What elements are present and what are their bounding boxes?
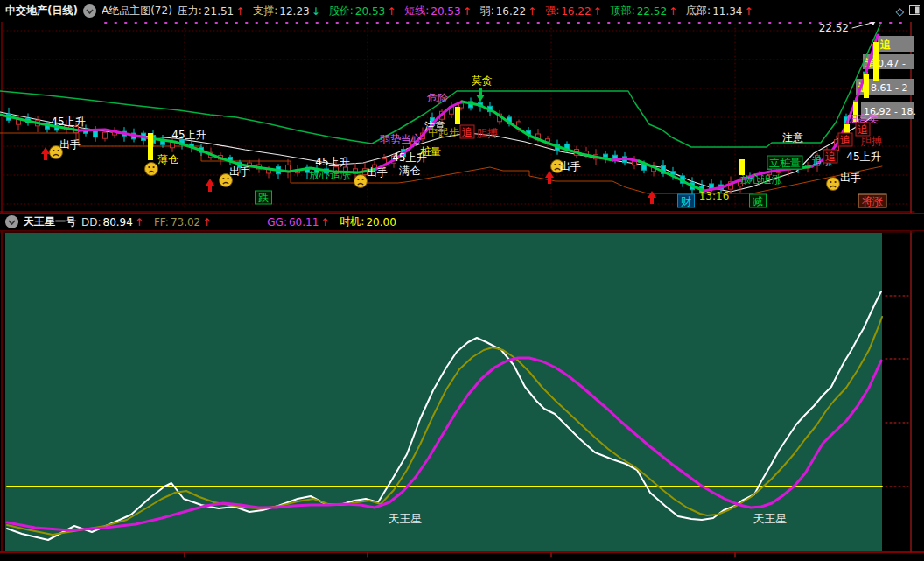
chevron-down-icon[interactable] bbox=[83, 4, 96, 18]
up-arrow-icon: ↑ bbox=[135, 216, 144, 228]
sub-chart-annotation: 天王星 bbox=[388, 512, 423, 525]
candle-body bbox=[305, 167, 310, 172]
candle-body bbox=[738, 181, 743, 186]
sad-face-icon bbox=[220, 174, 233, 187]
trend-line-segment bbox=[704, 168, 801, 191]
price-range-box bbox=[878, 36, 914, 52]
candle-body bbox=[421, 133, 425, 138]
candle-body bbox=[854, 101, 858, 106]
value-label: 支撑: bbox=[253, 4, 277, 18]
annotation-label: 危险 bbox=[426, 92, 448, 104]
sad-face-eye bbox=[357, 179, 359, 180]
candle-body bbox=[315, 169, 319, 172]
window-split-icon[interactable] bbox=[909, 5, 920, 18]
value-label: 股价: bbox=[329, 4, 354, 18]
sub-curve-ff bbox=[7, 317, 882, 535]
indicator-value-item: 强:16.22↑ bbox=[545, 4, 601, 18]
candle-body bbox=[556, 144, 560, 151]
sad-face-eye bbox=[148, 166, 150, 168]
up-arrow-icon: ↑ bbox=[235, 5, 244, 18]
candle-body bbox=[411, 142, 416, 146]
trend-line-segment bbox=[150, 138, 376, 172]
candle-body bbox=[363, 169, 368, 175]
annotation-label: 注意 bbox=[424, 120, 445, 132]
annotation-label: 满仓 bbox=[399, 165, 420, 177]
indicator-value-item: FF:73.02↑ bbox=[154, 214, 211, 229]
label-box bbox=[460, 125, 474, 138]
candle-body bbox=[161, 139, 165, 144]
candle-body bbox=[325, 169, 329, 173]
trend-line-segment bbox=[801, 166, 812, 168]
annotation-label: 放心追涨 bbox=[740, 173, 782, 186]
annotation-label: 追 bbox=[840, 134, 850, 146]
sad-face-eye bbox=[153, 166, 155, 168]
chevron-down-icon[interactable] bbox=[5, 215, 18, 228]
price-callout: 22.52 bbox=[819, 22, 849, 34]
main-chart-header: 中交地产(日线) A绝品主图(72) 压力:21.51↑支撑:12.23↓股价:… bbox=[0, 0, 924, 22]
candle-body bbox=[132, 133, 136, 139]
candle-body bbox=[710, 184, 714, 189]
candle-body bbox=[671, 172, 676, 175]
trend-line-segment bbox=[79, 130, 150, 138]
annotation-label: 出手 bbox=[560, 160, 581, 172]
annotation-label: 出手 bbox=[367, 166, 388, 179]
value-label: 时机: bbox=[340, 214, 364, 229]
annotation-label: 放心追涨 bbox=[309, 169, 351, 181]
candle-body bbox=[190, 144, 194, 147]
annotation-label: 出手 bbox=[60, 138, 80, 151]
value-number: 21.51 bbox=[204, 5, 234, 18]
value-number: 16.22 bbox=[496, 5, 526, 18]
yellow-bar bbox=[873, 42, 878, 81]
sad-face-icon bbox=[145, 163, 158, 176]
candle-body bbox=[440, 111, 444, 119]
candle-body bbox=[65, 126, 69, 130]
annotation-label: 莫贪 bbox=[472, 74, 493, 87]
candle-body bbox=[180, 140, 185, 144]
candle-body bbox=[488, 106, 493, 111]
price-range-box-label: 追 bbox=[879, 39, 891, 51]
candle-body bbox=[527, 131, 531, 135]
yellow-bar bbox=[844, 124, 850, 143]
annotation-label: 追涨 bbox=[812, 155, 833, 167]
sad-face-mouth bbox=[358, 184, 363, 186]
candle-body bbox=[623, 157, 627, 163]
value-number: 16.22 bbox=[561, 5, 591, 18]
diamond-icon[interactable]: ◇ bbox=[896, 5, 904, 18]
indicator-value-item: 时机:20.00 bbox=[340, 214, 396, 229]
candle-body bbox=[94, 131, 98, 137]
signal-tag-box bbox=[256, 191, 272, 204]
trend-line-segment bbox=[462, 102, 612, 160]
yellow-bar bbox=[853, 102, 858, 122]
annotation-label: 追 bbox=[462, 126, 472, 138]
candle-body bbox=[392, 156, 396, 163]
value-number: 20.53 bbox=[355, 5, 385, 18]
candle-body bbox=[864, 72, 868, 82]
signal-tag-label: 财 bbox=[681, 195, 691, 207]
candle-body bbox=[700, 186, 704, 193]
sad-face-eye bbox=[222, 178, 224, 179]
value-number: 20.53 bbox=[430, 5, 460, 18]
indicator-value-item: 弱:16.22↑ bbox=[480, 4, 536, 18]
candle-body bbox=[844, 117, 849, 130]
candle-body bbox=[17, 119, 21, 124]
sad-face-mouth bbox=[149, 172, 154, 173]
sad-face-eye bbox=[228, 178, 229, 179]
indicator-value-item: 短线:20.53↑ bbox=[404, 4, 471, 18]
candle-body bbox=[171, 142, 175, 148]
chart-canvas[interactable]: 追追0.47 -追8.61 - 216.92 - 18.45上升出手薄仓45上升… bbox=[0, 0, 924, 561]
candle-body bbox=[565, 144, 570, 149]
price-range-box bbox=[863, 54, 914, 69]
sad-face-icon bbox=[827, 178, 840, 191]
trend-line-segment bbox=[612, 158, 639, 161]
candle-body bbox=[748, 176, 752, 179]
value-label: 顶部: bbox=[611, 4, 635, 18]
candle-body bbox=[382, 159, 387, 166]
candle-body bbox=[498, 114, 502, 122]
candle-body bbox=[575, 150, 579, 156]
indicator-value-item: DD:80.94↑ bbox=[81, 214, 144, 229]
annotation-label: 45上升 bbox=[172, 129, 206, 141]
yellow-bar bbox=[739, 159, 745, 175]
candle-body bbox=[546, 139, 550, 142]
signal-tag-box bbox=[678, 194, 695, 207]
annotation-label: 45上升 bbox=[315, 156, 349, 168]
